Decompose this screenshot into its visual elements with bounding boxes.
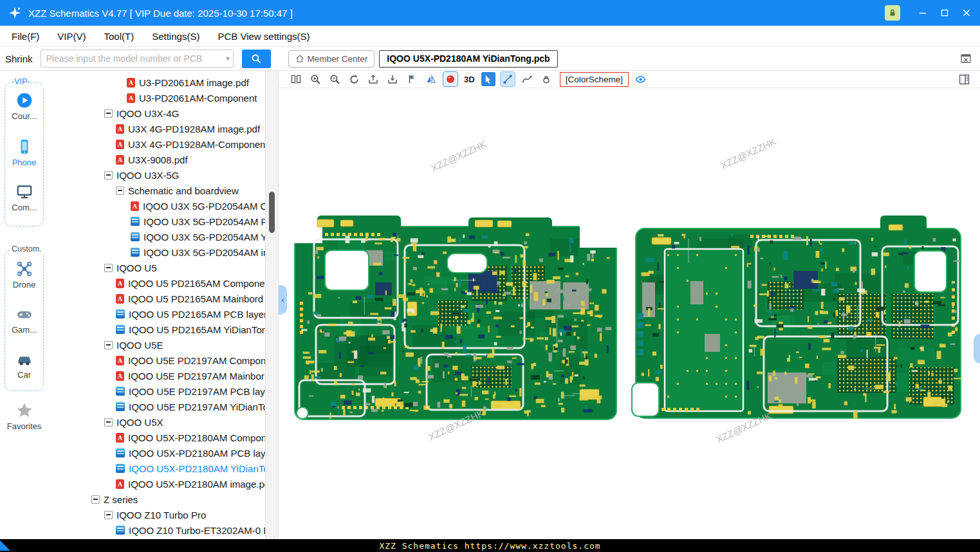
tree-item[interactable]: IQOO U5E PD2197AM Compon — [48, 353, 265, 368]
tree-item[interactable]: U3-PD2061AM-Component — [48, 90, 265, 106]
tree-item[interactable]: U3X-9008.pdf — [48, 152, 265, 167]
tree-item-label: U3-PD2061AM-Component — [139, 93, 257, 104]
tree-item[interactable]: IQOO U5 PD2165AM PCB layer.p — [48, 306, 265, 322]
pdf-file-icon — [116, 140, 124, 149]
collapse-toggle-icon[interactable] — [104, 264, 113, 272]
sidebar-item-phone[interactable]: Phone — [0, 138, 48, 167]
tree-item[interactable]: IQOO U3X 5G-PD2054AM Cc — [48, 198, 265, 214]
import-board-icon[interactable] — [385, 72, 400, 86]
tree-item[interactable]: IQOO U5X-PD2180AM YiDianTc — [48, 461, 265, 476]
zoom-in-icon[interactable] — [308, 72, 322, 86]
panel-layout-icon[interactable] — [957, 72, 971, 86]
tree-item[interactable]: IQOO U5 — [48, 260, 265, 275]
boardview-file-icon — [131, 217, 140, 226]
curve-tool-icon[interactable] — [520, 72, 534, 86]
tree-item[interactable]: U3X 4G-PD1928AM-Componen — [48, 136, 265, 152]
tree-item[interactable]: Z series — [48, 492, 265, 507]
open-pcb-tab[interactable]: IQOO U5X-PD2180AM YiDianTong.pcb — [379, 50, 557, 68]
tree-item[interactable]: Schematic and boardview — [48, 183, 265, 198]
tree-scrollbar[interactable] — [265, 71, 279, 539]
tree-item-label: IQOO U5X-PD2180AM PCB laye — [129, 448, 265, 459]
sidebar-item-favorites[interactable]: Favorites — [0, 401, 48, 431]
collapse-toggle-icon[interactable] — [104, 109, 113, 118]
menu-item-file[interactable]: File(F) — [3, 31, 48, 42]
close-button[interactable] — [956, 0, 977, 26]
chevron-down-icon[interactable]: ▾ — [227, 55, 230, 62]
maximize-button[interactable] — [934, 0, 956, 26]
tree-item[interactable]: IQOO U5 PD2165AM Componen — [48, 275, 265, 291]
boardview-file-icon — [116, 526, 125, 535]
tree-item[interactable]: IQOO U5X-PD2180AM Compon — [48, 430, 265, 445]
tree-item[interactable]: IQOO U5X-PD2180AM image.pc — [48, 476, 265, 492]
tree-item[interactable]: IQOO U3X 5G-PD2054AM PC — [48, 214, 265, 229]
sidebar-item-car[interactable]: Car — [0, 350, 48, 380]
flip-horizontal-icon[interactable] — [424, 72, 438, 86]
boardview-file-icon — [116, 464, 125, 473]
menu-item-tool[interactable]: Tool(T) — [95, 31, 143, 42]
collapse-left-panel-tab[interactable]: ‹ — [279, 285, 287, 315]
3d-view-button[interactable]: 3D — [463, 72, 476, 86]
tree-item[interactable]: U3X 4G-PD1928AM image.pdf — [48, 121, 265, 136]
tree-item[interactable]: IQOO Z10 Turbo Pro — [48, 507, 265, 522]
search-button[interactable] — [242, 50, 271, 68]
tree-item-label: IQOO U5 PD2165AM PCB layer.p — [129, 309, 265, 320]
close-all-tabs-icon[interactable] — [960, 53, 972, 64]
tree-item[interactable]: IQOO U5E PD2197AM YiDianTo — [48, 399, 265, 414]
collapse-toggle-icon[interactable] — [91, 495, 100, 504]
export-board-icon[interactable] — [366, 72, 380, 86]
search-input[interactable] — [41, 50, 234, 68]
tree-item[interactable]: IQOO Z10 Turbo-ET3202AM-0 F — [48, 522, 265, 538]
tree-item[interactable]: IQOO U3X 5G-PD2054AM Yil — [48, 229, 265, 244]
minimize-button[interactable] — [912, 0, 934, 26]
rotate-icon[interactable] — [347, 72, 361, 86]
collapse-right-panel-tab[interactable] — [974, 334, 980, 363]
diagonal-measure-icon[interactable] — [501, 72, 515, 86]
tree-item[interactable]: IQOO U3X-4G — [48, 106, 265, 121]
menu-item-pcb-view-settings[interactable]: PCB View settings(S) — [208, 31, 319, 42]
tree-item[interactable]: IQOO U5 PD2165AM YiDianTon — [48, 322, 265, 337]
flag-marker-icon[interactable] — [405, 72, 419, 86]
tree-item[interactable]: IQOO U5E PD2197AM PCB layer — [48, 383, 265, 399]
tree-item[interactable]: IQOO U3X-5G — [48, 167, 265, 183]
tree-item-label: IQOO Z10 Turbo-ET3202AM-0 F — [129, 525, 265, 536]
collapse-toggle-icon[interactable] — [104, 341, 113, 349]
zoom-out-icon[interactable] — [328, 72, 342, 86]
tree-item[interactable]: IQOO U5 PD2165AM Mainbord — [48, 291, 265, 306]
boardview-file-icon — [116, 448, 125, 457]
menu-item-settings[interactable]: Settings(S) — [143, 31, 208, 42]
shrink-button[interactable]: Shrink — [5, 53, 33, 64]
sidebar-item-computer[interactable]: Com... — [0, 183, 48, 212]
collapse-toggle-icon[interactable] — [104, 418, 113, 427]
sidebar-item-game[interactable]: Gam... — [0, 305, 48, 335]
tree-item[interactable]: IQOO U5E PD2197AM Mainbor — [48, 368, 265, 383]
pcb-board-view[interactable]: XZZ@XZZHKXZZ@XZZHKXZZ@XZZHKXZZ@XZZHK — [279, 88, 980, 539]
member-center-button[interactable]: Member Center — [288, 50, 375, 68]
star-icon — [15, 401, 33, 419]
tree-item-label: IQOO U5X-PD2180AM Compon — [128, 432, 265, 443]
sidebar-item-course[interactable]: Cour... — [0, 91, 48, 121]
colorscheme-button[interactable]: [ColorScheme] — [560, 72, 629, 87]
select-arrow-icon[interactable] — [481, 72, 495, 86]
boardview-file-icon — [116, 309, 125, 318]
collapse-toggle-icon[interactable] — [104, 511, 113, 519]
tree-item[interactable]: U3-PD2061AM image.pdf — [48, 75, 265, 90]
tree-item[interactable]: IQOO U5E — [48, 337, 265, 353]
home-icon — [295, 54, 304, 63]
diode-mode-icon[interactable] — [443, 72, 458, 86]
menu-bar: File(F) VIP(V) Tool(T) Settings(S) PCB V… — [0, 26, 980, 47]
sidebar-item-drone[interactable]: Drone — [0, 260, 48, 290]
license-key-icon[interactable] — [885, 5, 900, 21]
menu-item-vip[interactable]: VIP(V) — [48, 31, 95, 42]
collapse-toggle-icon[interactable] — [104, 171, 113, 179]
pan-hand-icon[interactable] — [539, 72, 553, 86]
pcb-canvas[interactable]: XZZ@XZZHKXZZ@XZZHKXZZ@XZZHKXZZ@XZZHK ‹ — [279, 88, 980, 539]
visibility-eye-icon[interactable] — [634, 72, 648, 86]
dual-view-icon[interactable] — [289, 72, 303, 86]
tree-item[interactable]: IQOO U5X — [48, 414, 265, 430]
scrollbar-thumb[interactable] — [269, 192, 275, 233]
tree-item[interactable]: IQOO U5X-PD2180AM PCB laye — [48, 445, 265, 461]
viewer-toolbar: 3D [ColorScheme] — [279, 71, 980, 88]
collapse-toggle-icon[interactable] — [116, 187, 124, 195]
expand-corner-icon[interactable] — [0, 540, 10, 551]
tree-item[interactable]: IQOO U3X 5G-PD2054AM im — [48, 244, 265, 260]
